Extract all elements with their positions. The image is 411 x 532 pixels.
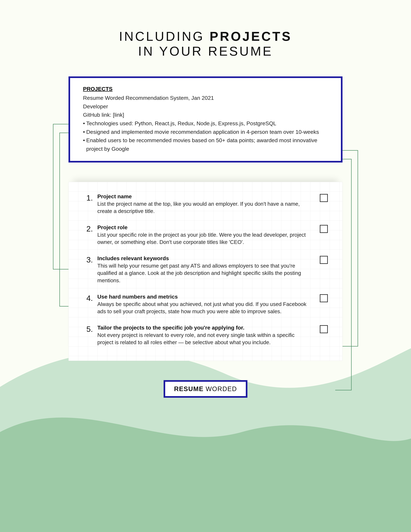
checklist-title-1: Project name — [97, 193, 308, 200]
example-heading: PROJECTS — [83, 86, 331, 92]
checklist-title-5: Tailor the projects to the specific job … — [97, 324, 308, 331]
checklist-desc-5: Not every project is relevant to every r… — [97, 332, 308, 346]
checklist-num-1: 1. — [83, 193, 93, 203]
checklist-num-3: 3. — [83, 255, 93, 265]
example-project-name: Resume Worded Recommendation System, Jan… — [83, 94, 331, 102]
example-project-role: Developer — [83, 102, 331, 111]
page-title: INCLUDING PROJECTS IN YOUR RESUME — [0, 0, 411, 59]
checklist-title-3: Includes relevant keywords — [97, 255, 308, 261]
checklist-box: 1. Project name List the project name at… — [68, 182, 343, 361]
checklist-title-4: Use hard numbers and metrics — [97, 294, 308, 300]
checklist-num-5: 5. — [83, 324, 93, 334]
checklist-desc-4: Always be specific about what you achiev… — [97, 301, 308, 315]
footer-logo: RESUME WORDED — [164, 380, 247, 398]
checkbox-5[interactable] — [320, 325, 328, 333]
checklist-title-2: Project role — [97, 224, 308, 230]
example-bullet-1: •Technologies used: Python, React.js, Re… — [83, 119, 331, 128]
checklist-item-4: 4. Use hard numbers and metrics Always b… — [83, 294, 328, 315]
example-box: PROJECTS Resume Worded Recommendation Sy… — [68, 76, 343, 162]
checkbox-4[interactable] — [320, 294, 328, 302]
checkbox-1[interactable] — [320, 194, 328, 202]
example-bullet-2-text: Designed and implemented movie recommend… — [86, 129, 319, 135]
example-bullet-2: •Designed and implemented movie recommen… — [83, 128, 331, 136]
example-bullet-3: •Enabled users to be recommended movies … — [83, 136, 331, 153]
example-bullet-1-text: Technologies used: Python, React.js, Red… — [86, 120, 276, 126]
checklist-desc-1: List the project name at the top, like y… — [97, 200, 308, 215]
title-pre: INCLUDING — [119, 29, 210, 44]
checklist-num-4: 4. — [83, 294, 93, 303]
footer-light: WORDED — [204, 385, 237, 392]
example-bullet-3-text: Enabled users to be recommended movies b… — [86, 137, 317, 152]
title-bold: PROJECTS — [210, 29, 292, 44]
checklist-desc-3: This will help your resume get past any … — [97, 262, 308, 284]
checklist-item-2: 2. Project role List your specific role … — [83, 224, 328, 246]
checkbox-2[interactable] — [320, 225, 328, 233]
checklist-desc-2: List your specific role in the project a… — [97, 231, 308, 246]
checklist-item-5: 5. Tailor the projects to the specific j… — [83, 324, 328, 346]
checklist-num-2: 2. — [83, 224, 93, 234]
title-line-2: IN YOUR RESUME — [0, 44, 411, 59]
checklist-item-3: 3. Includes relevant keywords This will … — [83, 255, 328, 284]
checkbox-3[interactable] — [320, 256, 328, 264]
example-github-link: GitHub link: [link] — [83, 111, 331, 119]
checklist-item-1: 1. Project name List the project name at… — [83, 193, 328, 215]
footer-bold: RESUME — [174, 385, 204, 392]
